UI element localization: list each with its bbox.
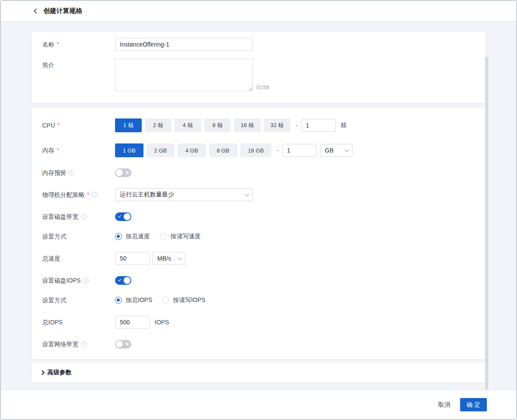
toggle-knob bbox=[116, 169, 123, 176]
cpu-label: CPU bbox=[42, 121, 55, 130]
memory-option-4gb[interactable]: 4 GB bbox=[178, 143, 206, 157]
footer-bar: 取消 确 定 bbox=[1, 390, 516, 419]
name-row: 名称 * bbox=[42, 38, 475, 51]
disk-iops-toggle[interactable] bbox=[115, 276, 131, 285]
cpu-button-group: 1 核 2 核 4 核 8 核 16 核 32 核 bbox=[115, 118, 293, 132]
toggle-off-icon bbox=[125, 170, 129, 175]
total-iops-input[interactable] bbox=[115, 316, 149, 329]
allocation-strategy-select[interactable]: 运行云主机数量最少 bbox=[115, 188, 253, 201]
total-speed-label-group: 总速度 bbox=[42, 254, 115, 263]
toggle-on-icon bbox=[118, 214, 121, 218]
radio-read-write-iops[interactable]: 按读写IOPS bbox=[162, 296, 205, 304]
description-label: 简介 bbox=[42, 61, 54, 69]
allocation-strategy-label: 物理机分配策略 bbox=[42, 190, 84, 199]
chevron-down-icon bbox=[177, 255, 182, 260]
allocation-strategy-row: 物理机分配策略 * 运行云主机数量最少 bbox=[42, 188, 475, 201]
disk-bandwidth-row: 设置磁盘带宽 bbox=[42, 212, 475, 221]
name-label-group: 名称 * bbox=[42, 40, 115, 49]
disk-iops-label-group: 设置磁盘IOPS bbox=[42, 276, 115, 285]
required-mark: * bbox=[57, 40, 59, 49]
advanced-params-card: 高级参数 bbox=[32, 363, 485, 383]
required-mark: * bbox=[87, 190, 89, 199]
cpu-custom-input[interactable] bbox=[301, 119, 336, 132]
toggle-off-icon bbox=[125, 341, 129, 347]
description-label-group: 简介 bbox=[42, 59, 115, 69]
info-icon bbox=[81, 214, 87, 220]
total-speed-row: 总速度 MB/s bbox=[42, 252, 475, 265]
toggle-knob bbox=[116, 341, 123, 348]
cpu-label-group: CPU * bbox=[42, 121, 115, 130]
description-textarea[interactable] bbox=[115, 59, 253, 91]
iops-mode-label: 设置方式 bbox=[42, 296, 66, 305]
radio-label: 按总速度 bbox=[126, 233, 150, 240]
memory-reserve-toggle[interactable] bbox=[115, 168, 131, 177]
allocation-strategy-value: 运行云主机数量最少 bbox=[120, 191, 174, 199]
toggle-knob bbox=[124, 213, 131, 220]
cpu-option-8[interactable]: 8 核 bbox=[204, 118, 231, 132]
confirm-button[interactable]: 确 定 bbox=[460, 398, 487, 411]
disk-bandwidth-toggle[interactable] bbox=[115, 212, 131, 221]
network-bandwidth-toggle[interactable] bbox=[115, 340, 131, 348]
chevron-down-icon bbox=[344, 147, 349, 152]
allocation-strategy-label-group: 物理机分配策略 * bbox=[42, 190, 115, 199]
memory-option-8gb[interactable]: 8 GB bbox=[209, 143, 237, 157]
memory-custom-input[interactable] bbox=[282, 144, 317, 157]
page-header: 创建计算规格 bbox=[1, 1, 516, 22]
memory-option-1gb[interactable]: 1 GB bbox=[115, 143, 143, 157]
required-mark: * bbox=[58, 121, 60, 130]
memory-button-group: 1 GB 2 GB 4 GB 8 GB 16 GB bbox=[115, 143, 274, 157]
cancel-button[interactable]: 取消 bbox=[438, 401, 450, 409]
back-icon[interactable] bbox=[34, 8, 39, 14]
disk-bw-mode-label: 设置方式 bbox=[42, 232, 66, 241]
memory-label: 内存 bbox=[42, 146, 54, 155]
memory-unit-select[interactable]: GB bbox=[320, 144, 352, 157]
radio-read-write-speed[interactable]: 按读写速度 bbox=[160, 233, 201, 240]
memory-option-2gb[interactable]: 2 GB bbox=[146, 143, 175, 157]
toggle-on-icon bbox=[118, 278, 121, 281]
iops-unit-label: IOPS bbox=[155, 319, 169, 326]
total-iops-label: 总IOPS bbox=[42, 318, 62, 327]
disk-iops-row: 设置磁盘IOPS bbox=[42, 276, 475, 285]
basic-info-card: 名称 * 简介 0/256 bbox=[32, 32, 485, 103]
radio-checked-icon bbox=[115, 297, 122, 304]
iops-mode-label-group: 设置方式 bbox=[42, 296, 115, 305]
info-icon bbox=[83, 277, 89, 283]
radio-label: 按读写速度 bbox=[171, 233, 201, 240]
radio-label: 按总IOPS bbox=[126, 296, 152, 304]
radio-checked-icon bbox=[115, 233, 122, 240]
radio-total-iops[interactable]: 按总IOPS bbox=[115, 296, 152, 304]
network-bandwidth-label-group: 设置网络带宽 bbox=[42, 340, 115, 348]
speed-unit-select[interactable]: MB/s bbox=[153, 252, 185, 265]
vertical-scrollbar[interactable] bbox=[485, 57, 488, 390]
cpu-option-2[interactable]: 2 核 bbox=[145, 118, 171, 132]
name-input[interactable] bbox=[115, 38, 253, 51]
disk-bandwidth-label: 设置磁盘带宽 bbox=[42, 212, 78, 221]
cpu-option-16[interactable]: 16 核 bbox=[234, 118, 261, 132]
info-icon bbox=[91, 192, 97, 198]
cpu-option-1[interactable]: 1 核 bbox=[115, 118, 142, 132]
cpu-option-32[interactable]: 32 核 bbox=[264, 118, 290, 132]
chevron-down-icon bbox=[245, 192, 249, 196]
memory-reserve-label: 内存预留 bbox=[42, 168, 66, 177]
range-separator: - bbox=[277, 147, 279, 154]
cpu-unit-label: 核 bbox=[341, 121, 347, 129]
description-row: 简介 0/256 bbox=[42, 59, 475, 91]
memory-reserve-label-group: 内存预留 bbox=[42, 168, 115, 177]
radio-unchecked-icon bbox=[160, 233, 167, 240]
radio-total-speed[interactable]: 按总速度 bbox=[115, 233, 150, 240]
total-speed-input[interactable] bbox=[115, 252, 149, 265]
total-speed-label: 总速度 bbox=[42, 254, 60, 263]
required-mark: * bbox=[57, 146, 59, 155]
radio-label: 按读写IOPS bbox=[173, 296, 205, 304]
char-counter: 0/256 bbox=[256, 84, 269, 91]
chevron-right-icon bbox=[40, 370, 44, 375]
radio-unchecked-icon bbox=[162, 297, 169, 304]
advanced-params-toggle[interactable]: 高级参数 bbox=[40, 369, 477, 376]
iops-mode-row: 设置方式 按总IOPS 按读写IOPS bbox=[42, 296, 475, 305]
form-scroll-area: 名称 * 简介 0/256 bbox=[1, 22, 516, 390]
network-bandwidth-row: 设置网络带宽 bbox=[42, 340, 475, 348]
toggle-knob bbox=[124, 277, 131, 284]
cpu-option-4[interactable]: 4 核 bbox=[174, 118, 201, 132]
memory-row: 内存 * 1 GB 2 GB 4 GB 8 GB 16 GB - GB bbox=[42, 143, 475, 157]
memory-option-16gb[interactable]: 16 GB bbox=[240, 143, 272, 157]
